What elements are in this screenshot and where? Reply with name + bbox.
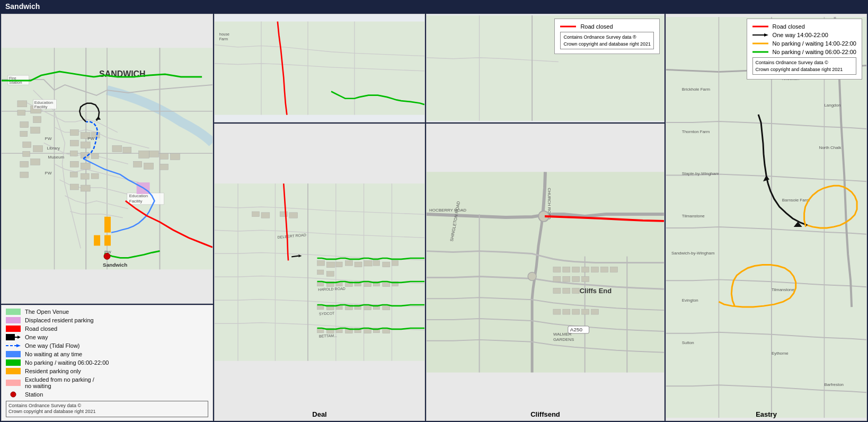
svg-rect-57: [104, 235, 111, 246]
deal-map-title: Deal: [312, 410, 326, 418]
svg-rect-29: [112, 145, 122, 152]
eastry-legend-one-way: One way 14:00-22:00: [752, 32, 856, 38]
right-panel: Eatersham Knowlton Brickhole Farm Langdo…: [666, 14, 867, 421]
legend-label-no-waiting: No waiting at any time: [25, 351, 82, 357]
eastry-legend-box: Road closed One way 14:00-22:00 No parki…: [747, 19, 862, 80]
svg-text:Eythorne: Eythorne: [772, 351, 789, 356]
middle-bottom: DELBERT ROAD HAROLD ROAD SYDCOT BETTAM..…: [214, 124, 665, 421]
eastry-no-parking-green-label: No parking / waiting 06:00-22:00: [773, 49, 856, 55]
svg-rect-4: [33, 117, 41, 123]
svg-rect-1: [17, 101, 27, 107]
svg-rect-35: [134, 161, 142, 167]
eastry-legend-no-parking-orange: No parking / waiting 14:00-22:00: [752, 40, 856, 47]
svg-rect-58: [94, 235, 100, 246]
svg-rect-56: [104, 217, 111, 233]
svg-rect-133: [553, 277, 561, 282]
svg-text:Sandwich-by-Wingham: Sandwich-by-Wingham: [671, 251, 715, 256]
legend-color-road-closed: [6, 326, 21, 332]
svg-text:Cliffs End: Cliffs End: [580, 287, 612, 295]
svg-rect-9: [23, 151, 30, 156]
svg-rect-33: [160, 153, 169, 159]
legend-item-station: Station: [6, 391, 208, 398]
svg-rect-86: [392, 261, 398, 266]
svg-rect-134: [563, 277, 570, 282]
svg-text:Library: Library: [47, 146, 60, 151]
svg-text:PW: PW: [45, 136, 52, 141]
svg-rect-34: [170, 153, 180, 160]
svg-rect-21: [91, 153, 99, 159]
svg-rect-26: [91, 173, 99, 179]
svg-rect-131: [601, 267, 608, 272]
legend-color-open-venue: [6, 309, 21, 315]
svg-rect-32: [149, 151, 159, 157]
eastry-map-title: Eastry: [756, 410, 777, 418]
svg-rect-139: [572, 288, 580, 293]
svg-rect-142: [572, 309, 580, 314]
deal-map-svg: DELBERT ROAD HAROLD ROAD SYDCOT BETTAM..…: [215, 124, 424, 420]
svg-text:Education: Education: [129, 194, 148, 198]
legend-color-one-way-tidal: [6, 342, 21, 349]
svg-rect-84: [373, 261, 379, 266]
svg-rect-83: [364, 261, 373, 267]
svg-rect-2: [17, 110, 25, 116]
eastry-legend-no-parking-green: No parking / waiting 06:00-22:00: [752, 49, 856, 55]
svg-text:Sandwich: Sandwich: [103, 262, 127, 268]
legend-label-excluded: Excluded from no parking /no waiting: [25, 376, 94, 389]
svg-point-125: [528, 272, 536, 281]
svg-rect-79: [345, 261, 352, 266]
svg-text:Staple-by-Wingham: Staple-by-Wingham: [682, 171, 719, 176]
legend-color-excluded: [6, 380, 21, 386]
legend-panel: The Open Venue Displaced resident parkin…: [1, 305, 213, 421]
legend-label-resident-parking: Resident parking only: [25, 368, 81, 374]
eastry-one-way-label: One way 14:00-22:00: [773, 32, 828, 38]
svg-rect-77: [326, 262, 335, 268]
svg-rect-132: [610, 267, 617, 272]
svg-rect-11: [20, 161, 29, 167]
deal-map: DELBERT ROAD HAROLD ROAD SYDCOT BETTAM..…: [214, 124, 425, 421]
legend-label-one-way-tidal: One way (Tidal Flow): [25, 342, 80, 349]
svg-rect-129: [582, 267, 589, 272]
svg-rect-5: [20, 122, 29, 128]
svg-rect-81: [326, 271, 334, 277]
svg-text:Brickhole Farm: Brickhole Farm: [682, 87, 711, 92]
cliffsend-map-svg: A250 HOCBERRY ROAD SHINGLETON ROAD CHURC…: [427, 124, 664, 420]
svg-rect-27: [70, 184, 78, 190]
svg-text:Tilmanstone: Tilmanstone: [682, 214, 705, 218]
legend-label-displaced: Displaced resident parking: [25, 317, 94, 323]
svg-marker-64: [16, 344, 21, 347]
legend-item-one-way: One way: [6, 334, 208, 340]
svg-rect-18: [81, 142, 90, 148]
main-content: Education Facility Museum Library PW PW …: [0, 13, 868, 422]
svg-rect-128: [572, 267, 580, 272]
sandwich-map-svg: Education Facility Museum Library PW PW …: [2, 14, 212, 303]
svg-rect-31: [139, 151, 149, 158]
header-title: Sandwich: [5, 2, 40, 11]
svg-text:WALMER: WALMER: [553, 332, 572, 337]
cliffsend-legend-road-closed: Road closed: [560, 23, 654, 30]
svg-rect-72: [252, 212, 259, 217]
eastry-legend-road-closed: Road closed: [752, 23, 856, 30]
svg-text:Evington: Evington: [682, 298, 698, 303]
cliffsend-copyright: Contains Ordnance Survey data ®Crown cop…: [560, 32, 654, 49]
svg-text:Thornton Farm: Thornton Farm: [682, 129, 710, 134]
svg-rect-12: [31, 159, 40, 165]
cliffsend-map: A250 HOCBERRY ROAD SHINGLETON ROAD CHURC…: [426, 124, 665, 421]
svg-text:Museum: Museum: [48, 155, 65, 160]
cliffsend-map-title: Cliffsend: [530, 410, 560, 418]
svg-marker-62: [17, 336, 21, 339]
svg-text:house: house: [219, 32, 229, 36]
svg-rect-24: [70, 172, 77, 177]
legend-color-one-way: [6, 334, 21, 340]
svg-rect-23: [81, 163, 90, 169]
legend-item-no-parking-green: No parking / waiting 06:00-22:00: [6, 359, 208, 366]
svg-text:North Chalk: North Chalk: [819, 145, 841, 150]
svg-rect-73: [261, 213, 270, 218]
svg-rect-137: [553, 288, 561, 293]
svg-rect-37: [160, 164, 169, 170]
legend-item-excluded: Excluded from no parking /no waiting: [6, 376, 208, 389]
legend-item-open-venue: The Open Venue: [6, 309, 208, 315]
svg-rect-138: [563, 288, 570, 293]
svg-rect-76: [317, 261, 325, 266]
legend-label-station: Station: [25, 391, 43, 398]
svg-rect-6: [20, 131, 28, 137]
